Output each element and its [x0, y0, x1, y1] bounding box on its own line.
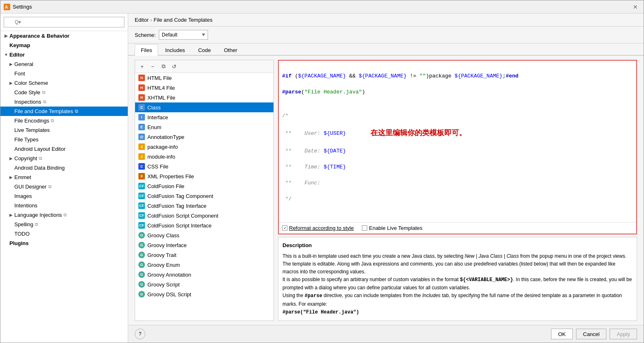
scheme-select[interactable]: Default Project — [159, 30, 208, 40]
sidebar-item-copyright[interactable]: ▶ Copyright ⧉ — [0, 154, 128, 163]
file-item-class[interactable]: C Class — [135, 102, 273, 112]
file-item-module-info[interactable]: J module-info — [135, 152, 273, 161]
file-item-groovy-interface[interactable]: G Groovy Interface — [135, 240, 273, 250]
reformat-checkbox-wrapper[interactable]: Reformat according to style — [282, 225, 354, 231]
reset-template-button[interactable]: ↺ — [169, 62, 179, 71]
file-item-groovy-enum[interactable]: G Groovy Enum — [135, 260, 273, 270]
groovy-interface-icon: G — [138, 242, 145, 248]
reformat-checkbox[interactable] — [282, 225, 287, 231]
remove-template-button[interactable]: − — [148, 62, 157, 71]
sidebar-item-live-templates[interactable]: ▶ Live Templates — [0, 125, 128, 135]
sidebar-item-font[interactable]: ▶ Font — [0, 69, 128, 78]
copy-template-button[interactable]: ⧉ — [159, 62, 168, 71]
sidebar-item-plugins[interactable]: ▶ Plugins — [0, 239, 128, 248]
sidebar-item-spelling[interactable]: ▶ Spelling ⧉ — [0, 220, 128, 229]
search-input[interactable] — [4, 17, 124, 27]
file-item-html4[interactable]: H HTML4 File — [135, 83, 273, 93]
tab-includes[interactable]: Includes — [159, 44, 191, 56]
sidebar-item-android-data[interactable]: ▶ Android Data Binding — [0, 163, 128, 173]
file-item-label-annotation: AnnotationType — [147, 134, 184, 140]
sidebar-item-intentions[interactable]: ▶ Intentions — [0, 201, 128, 210]
sidebar-item-file-code-templates[interactable]: ▶ File and Code Templates ⧉ — [0, 107, 128, 116]
file-item-interface[interactable]: I Interface — [135, 112, 273, 122]
file-item-groovy-dsl[interactable]: G Groovy DSL Script — [135, 289, 273, 299]
sidebar-item-general[interactable]: ▶ General — [0, 59, 128, 69]
package-info-icon: J — [138, 143, 145, 150]
app-icon: A — [4, 4, 10, 10]
file-item-label-xml-prop: XML Properties File — [147, 173, 194, 179]
cf-script-comp-icon: CF — [138, 212, 145, 219]
search-box: 🔍 — [0, 14, 128, 31]
sidebar-item-language-injections[interactable]: ▶ Language Injections ⧉ — [0, 210, 128, 220]
scheme-label: Scheme: — [135, 32, 156, 38]
sidebar-item-file-types[interactable]: ▶ File Types — [0, 135, 128, 144]
file-item-label-cf-script-comp: ColdFusion Script Component — [147, 213, 218, 219]
html4-file-icon: H — [138, 84, 145, 91]
close-button[interactable]: ✕ — [630, 2, 640, 12]
file-item-groovy-annotation[interactable]: G Groovy Annotation — [135, 270, 273, 279]
settings-window: A Settings ✕ 🔍 ▶ Appearance & Behavior — [0, 0, 644, 343]
code-editor[interactable]: #if (${PACKAGE_NAME} && ${PACKAGE_NAME} … — [279, 61, 636, 222]
breadcrumb-current: File and Code Templates — [154, 17, 212, 23]
file-item-xhtml[interactable]: H XHTML File — [135, 93, 273, 102]
cancel-button[interactable]: Cancel — [576, 329, 606, 339]
file-item-label-cf-tag-int: ColdFusion Tag Interface — [147, 203, 206, 209]
file-item-label-xhtml: XHTML File — [147, 95, 175, 101]
sidebar-item-color-scheme[interactable]: ▶ Color Scheme — [0, 78, 128, 88]
expand-arrow-copyright: ▶ — [9, 156, 14, 161]
tab-other[interactable]: Other — [218, 44, 244, 56]
groovy-enum-icon: G — [138, 261, 145, 268]
live-templates-label: Enable Live Templates — [369, 225, 423, 231]
file-item-groovy-trait[interactable]: G Groovy Trait — [135, 250, 273, 260]
file-item-html[interactable]: H HTML File — [135, 73, 273, 83]
file-item-package-info[interactable]: J package-info — [135, 142, 273, 152]
file-item-label-module-info: module-info — [147, 154, 175, 160]
sidebar-item-code-style[interactable]: ▶ Code Style ⧉ — [0, 88, 128, 97]
tab-code[interactable]: Code — [192, 44, 217, 56]
file-item-cf-script-int[interactable]: CF ColdFusion Script Interface — [135, 220, 273, 230]
copy-icon-copyright: ⧉ — [39, 156, 42, 161]
css-file-icon: C — [138, 163, 145, 170]
sidebar-item-appearance[interactable]: ▶ Appearance & Behavior — [0, 31, 128, 41]
file-item-css[interactable]: C CSS File — [135, 161, 273, 171]
annotation-file-icon: @ — [138, 134, 145, 140]
sidebar-item-editor[interactable]: ▼ Editor — [0, 50, 128, 59]
expand-arrow-general: ▶ — [9, 62, 14, 67]
module-info-icon: J — [138, 153, 145, 160]
expand-arrow-lang-inj: ▶ — [9, 213, 14, 218]
sidebar-item-todo[interactable]: ▶ TODO — [0, 229, 128, 239]
sidebar: 🔍 ▶ Appearance & Behavior ▶ Keymap ▼ — [0, 14, 128, 343]
sidebar-item-keymap[interactable]: ▶ Keymap — [0, 41, 128, 50]
file-item-annotationtype[interactable]: @ AnnotationType — [135, 132, 273, 142]
help-button[interactable]: ? — [135, 329, 145, 339]
file-item-groovy-script[interactable]: G Groovy Script — [135, 279, 273, 289]
sidebar-item-android-layout[interactable]: ▶ Android Layout Editor — [0, 144, 128, 154]
sidebar-item-emmet[interactable]: ▶ Emmet — [0, 173, 128, 182]
file-item-xml-prop[interactable]: X XML Properties File — [135, 171, 273, 181]
file-item-enum[interactable]: E Enum — [135, 122, 273, 132]
cf-tag-int-icon: CF — [138, 202, 145, 209]
file-item-cf-script-comp[interactable]: CF ColdFusion Script Component — [135, 211, 273, 220]
file-item-label-enum: Enum — [147, 124, 161, 130]
sidebar-item-gui-designer[interactable]: ▶ GUI Designer ⧉ — [0, 182, 128, 191]
sidebar-item-inspections[interactable]: ▶ Inspections ⧉ — [0, 97, 128, 107]
file-item-cf-file[interactable]: CF ColdFusion File — [135, 181, 273, 191]
apply-button[interactable]: Apply — [610, 329, 637, 339]
live-templates-checkbox[interactable] — [362, 225, 367, 231]
ok-button[interactable]: OK — [551, 329, 573, 339]
file-item-groovy-class[interactable]: G Groovy Class — [135, 230, 273, 240]
file-list-panel: + − ⧉ ↺ H HTML File H HTML4 File — [135, 60, 274, 321]
file-item-label-cf-tag-comp: ColdFusion Tag Component — [147, 193, 213, 199]
live-templates-checkbox-wrapper[interactable]: Enable Live Templates — [362, 225, 423, 231]
file-item-label-groovy-script: Groovy Script — [147, 282, 180, 288]
file-item-label-groovy-annotation: Groovy Annotation — [147, 272, 191, 278]
sidebar-item-images[interactable]: ▶ Images — [0, 191, 128, 201]
copy-icon-file-enc: ⧉ — [51, 118, 54, 123]
sidebar-item-file-encodings[interactable]: ▶ File Encodings ⧉ — [0, 116, 128, 125]
file-list-toolbar: + − ⧉ ↺ — [135, 60, 273, 73]
add-template-button[interactable]: + — [138, 62, 147, 71]
tab-files[interactable]: Files — [135, 44, 158, 56]
copy-icon-inspections: ⧉ — [43, 99, 46, 104]
file-item-cf-tag-comp[interactable]: CF ColdFusion Tag Component — [135, 191, 273, 201]
file-item-cf-tag-int[interactable]: CF ColdFusion Tag Interface — [135, 201, 273, 211]
